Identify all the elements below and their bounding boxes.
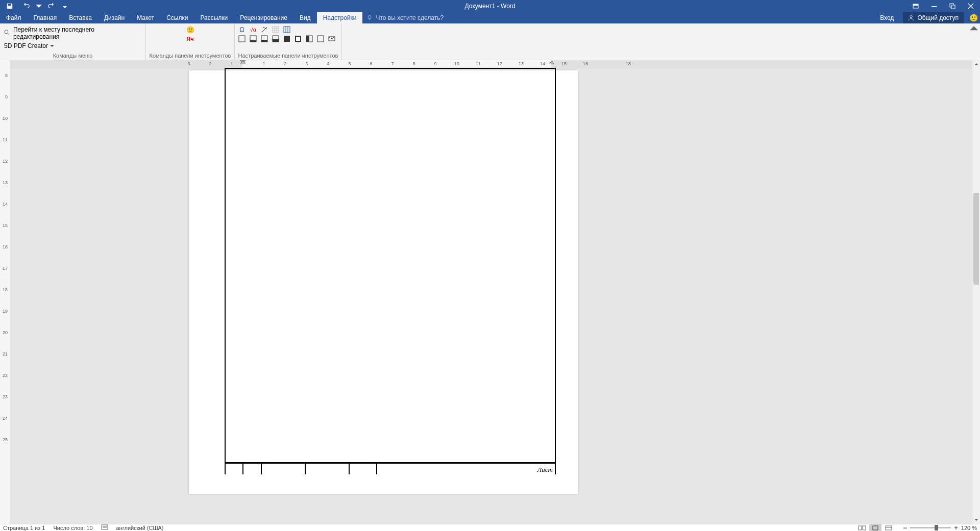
border-8[interactable] [316,35,325,43]
window-title: Документ1 - Word [0,3,980,10]
redo-button[interactable] [45,1,58,12]
border-4[interactable] [272,35,280,43]
ribbon-display-button[interactable] [906,1,925,12]
pdf-creator-button[interactable]: 5D PDF Creator [3,42,142,50]
zoom-out-button[interactable]: − [903,524,907,532]
svg-rect-27 [873,526,878,530]
qat-customize[interactable] [61,1,68,12]
language-indicator[interactable]: английский (США) [116,525,164,531]
zoom-slider[interactable] [910,527,951,528]
vruler-number: 11 [3,137,8,142]
close-button[interactable] [962,1,980,12]
zoom-percent[interactable]: 120 % [961,525,977,531]
tab-file[interactable]: Файл [0,12,28,23]
save-button[interactable] [3,1,16,12]
scroll-up-button[interactable] [972,60,980,68]
tab-insert[interactable]: Вставка [63,12,98,23]
undo-dropdown[interactable] [36,1,42,12]
svg-rect-2 [932,6,937,7]
strike-button[interactable] [260,26,268,34]
zoom-in-button[interactable]: + [954,524,958,531]
emoji-button[interactable]: 🙂 [186,26,194,34]
view-buttons [856,524,895,532]
window-controls [906,1,980,12]
svg-rect-1 [913,4,918,6]
share-label: Общий доступ [917,14,959,21]
mail-button[interactable] [328,35,336,43]
tell-me-search[interactable]: Что вы хотите сделать? [362,12,448,23]
vruler-number: 23 [3,394,8,399]
spellcheck-button[interactable]: Яч [186,35,194,43]
right-indent-marker[interactable] [549,60,554,65]
undo-button[interactable] [19,1,33,12]
tab-mailings[interactable]: Рассылки [194,12,234,23]
vruler-number: 9 [5,94,8,99]
sqrt-button[interactable]: √α [249,26,257,34]
goto-last-edit-button[interactable]: Перейти к месту последнего редактировани… [3,26,142,41]
vruler-number: 10 [3,116,8,121]
tab-references[interactable]: Ссылки [160,12,194,23]
border-5[interactable] [283,35,291,43]
horizontal-ruler[interactable]: 3 2 1 1 2 3 4 5 6 7 8 9 10 11 12 13 14 1… [10,60,972,68]
vertical-scrollbar[interactable] [972,60,980,524]
vruler-number: 20 [3,330,8,335]
account-area: Вход Общий доступ 🙂 [874,12,980,23]
page-frame [225,68,556,463]
border-7[interactable] [305,35,313,43]
table-button[interactable] [272,26,280,34]
svg-rect-4 [951,5,955,9]
vruler-number: 19 [3,309,8,314]
document-page[interactable]: Лист [189,70,578,494]
maximize-button[interactable] [943,1,962,12]
scroll-thumb[interactable] [973,193,979,285]
hanging-indent-marker[interactable] [240,60,246,65]
person-icon [908,15,914,21]
scroll-down-button[interactable] [972,516,980,524]
quick-access-toolbar [0,1,68,12]
share-button[interactable]: Общий доступ [903,12,964,23]
svg-rect-28 [886,526,892,530]
web-layout-button[interactable] [883,524,895,532]
proofing-button[interactable] [101,524,108,532]
border-2[interactable] [249,35,257,43]
svg-rect-19 [296,37,300,41]
status-bar: Страница 1 из 1 Число слов: 10 английски… [0,524,980,531]
vruler-number: 17 [3,266,8,271]
zoom-thumb[interactable] [935,525,938,530]
tab-home[interactable]: Главная [28,12,63,23]
vruler-number: 21 [3,351,8,357]
vruler-number: 8 [5,73,8,78]
tab-layout[interactable]: Макет [131,12,160,23]
svg-rect-10 [239,36,245,42]
minimize-button[interactable] [925,1,943,12]
footer-table[interactable]: Лист [225,463,556,474]
svg-rect-26 [863,526,866,530]
read-mode-button[interactable] [856,524,868,532]
collapse-ribbon-button[interactable] [970,24,978,33]
goto-last-edit-label: Перейти к месту последнего редактировани… [13,26,141,40]
tab-review[interactable]: Рецензирование [234,12,293,23]
sqrt-icon: √α [250,27,256,33]
omega-button[interactable]: Ω [238,26,246,34]
svg-rect-14 [261,40,267,42]
tab-view[interactable]: Вид [293,12,317,23]
feedback-button[interactable]: 🙂 [967,12,980,23]
ribbon-tabs: Файл Главная Вставка Дизайн Макет Ссылки… [0,12,980,23]
ribbon-group-custom-toolbars: Ω √α Настраиваемые панели инструментов [235,23,342,60]
word-count[interactable]: Число слов: 10 [53,525,92,531]
zoom-control: − + 120 % [903,524,977,532]
svg-rect-22 [317,36,324,42]
sign-in-button[interactable]: Вход [874,14,900,21]
vruler-number: 12 [3,159,8,164]
tab-addins[interactable]: Надстройки [317,12,363,23]
page-indicator[interactable]: Страница 1 из 1 [3,525,45,531]
tab-design[interactable]: Дизайн [98,12,131,23]
grid-button[interactable] [283,26,291,34]
ribbon-collapse-area [968,23,980,60]
border-6[interactable] [294,35,302,43]
vertical-ruler[interactable]: 8 9 10 11 12 13 14 15 16 17 18 19 20 21 … [0,60,10,524]
border-1[interactable] [238,35,246,43]
border-3[interactable] [260,35,268,43]
ribbon-group-toolbar-commands: 🙂 Яч Команды панели инструментов [146,23,235,60]
print-layout-button[interactable] [869,524,881,532]
